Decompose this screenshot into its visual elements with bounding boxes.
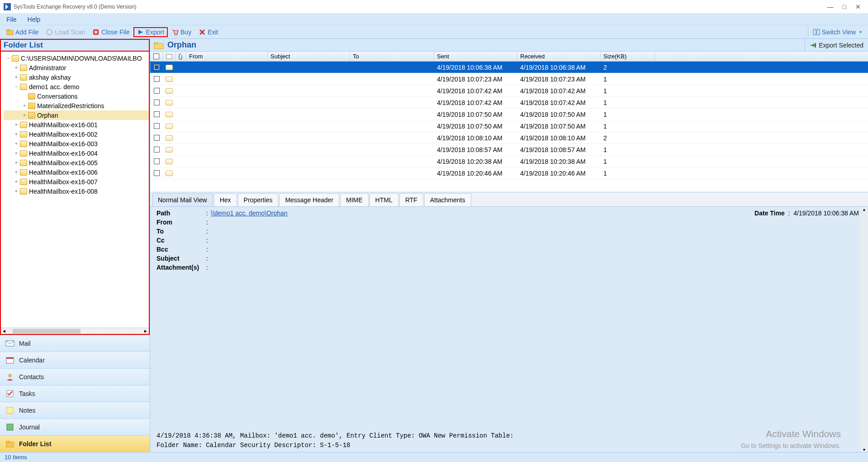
mail-row[interactable]: 4/19/2018 10:08:10 AM4/19/2018 10:08:10 …: [150, 132, 868, 144]
col-checkbox[interactable]: [150, 52, 163, 61]
preview-tab[interactable]: Message Header: [279, 193, 339, 206]
preview-tab[interactable]: Attachments: [424, 193, 471, 206]
tree-node[interactable]: +HealthMailbox-ex16-005: [4, 158, 149, 167]
row-checkbox[interactable]: [154, 76, 160, 82]
preview-tab[interactable]: Properties: [238, 193, 279, 206]
load-scan-button[interactable]: Load Scan: [42, 28, 89, 37]
mail-row[interactable]: 4/19/2018 10:06:38 AM4/19/2018 10:06:38 …: [150, 62, 868, 73]
svg-point-12: [8, 374, 12, 377]
mail-row[interactable]: 4/19/2018 10:07:50 AM4/19/2018 10:07:50 …: [150, 109, 868, 120]
mail-row[interactable]: 4/19/2018 10:07:50 AM4/19/2018 10:07:50 …: [150, 120, 868, 132]
export-label: Export: [146, 29, 164, 36]
col-size[interactable]: Size(KB): [601, 52, 655, 61]
nav-mail[interactable]: Mail: [0, 335, 150, 352]
nav-tasks[interactable]: Tasks: [0, 385, 150, 402]
minimize-button[interactable]: ―: [827, 3, 834, 10]
load-scan-label: Load Scan: [55, 29, 85, 36]
tree-node[interactable]: Conversations: [4, 91, 149, 101]
folder-icon: [20, 65, 27, 71]
tree-node[interactable]: −demo1 acc. demo: [4, 82, 149, 91]
tree-node[interactable]: +MaterializedRestrictions: [4, 101, 149, 110]
close-file-button[interactable]: Close File: [89, 28, 133, 37]
mail-grid-body[interactable]: 4/19/2018 10:06:38 AM4/19/2018 10:06:38 …: [150, 62, 868, 192]
calendar-icon: [5, 356, 14, 364]
preview-tab[interactable]: HTML: [370, 193, 398, 206]
tree-node-label: Conversations: [37, 93, 78, 100]
svg-rect-20: [815, 43, 816, 48]
nav-calendar[interactable]: Calendar: [0, 352, 150, 368]
mail-icon: [166, 112, 173, 117]
folder-tree[interactable]: −C:\USERS\ADMIN\DOWNLOADS\MAILBO+Adminis…: [0, 52, 150, 335]
app-icon: [4, 3, 11, 10]
col-subject[interactable]: Subject: [268, 52, 350, 61]
mail-row[interactable]: 4/19/2018 10:07:42 AM4/19/2018 10:07:42 …: [150, 85, 868, 97]
buy-icon: [171, 29, 179, 36]
mail-row[interactable]: 4/19/2018 10:07:23 AM4/19/2018 10:07:23 …: [150, 73, 868, 85]
col-to[interactable]: To: [350, 52, 434, 61]
folder-icon: [20, 122, 27, 128]
nav-journal[interactable]: Journal: [0, 419, 150, 435]
row-checkbox[interactable]: [154, 158, 160, 164]
tree-node-label: HealthMailbox-ex16-004: [29, 150, 98, 157]
tree-node[interactable]: +HealthMailbox-ex16-002: [4, 129, 149, 139]
tree-node[interactable]: +akshay akshay: [4, 72, 149, 82]
preview-tab[interactable]: Normal Mail View: [152, 193, 213, 206]
tree-node-label: HealthMailbox-ex16-002: [29, 131, 98, 138]
mail-icon: [166, 124, 173, 129]
tree-node[interactable]: +Administrator: [4, 63, 149, 72]
mail-row[interactable]: 4/19/2018 10:07:42 AM4/19/2018 10:07:42 …: [150, 97, 868, 109]
switch-view-label: Switch View: [822, 29, 856, 36]
exit-button[interactable]: Exit: [195, 28, 222, 37]
export-button[interactable]: Export: [133, 27, 168, 37]
preview-tab[interactable]: MIME: [340, 193, 369, 206]
tree-root[interactable]: −C:\USERS\ADMIN\DOWNLOADS\MAILBO: [4, 53, 149, 63]
activate-windows-sub: Go to Settings to activate Windows.: [741, 442, 841, 449]
add-file-icon: [6, 29, 14, 36]
row-checkbox[interactable]: [154, 135, 160, 141]
mail-row[interactable]: 4/19/2018 10:20:38 AM4/19/2018 10:20:38 …: [150, 156, 868, 167]
tree-node[interactable]: +HealthMailbox-ex16-004: [4, 148, 149, 158]
switch-view-icon: [813, 29, 820, 36]
preview-cc-label: Cc: [157, 237, 206, 244]
tree-node[interactable]: +HealthMailbox-ex16-008: [4, 186, 149, 196]
folder-icon: [20, 84, 27, 90]
row-checkbox[interactable]: [154, 123, 160, 129]
tree-node[interactable]: +HealthMailbox-ex16-006: [4, 167, 149, 177]
menu-bar: File Help: [0, 14, 868, 25]
col-received[interactable]: Received: [517, 52, 601, 61]
tree-node[interactable]: +HealthMailbox-ex16-007: [4, 177, 149, 186]
preview-tab[interactable]: RTF: [399, 193, 423, 206]
buy-button[interactable]: Buy: [168, 28, 195, 37]
preview-tab[interactable]: Hex: [214, 193, 237, 206]
row-checkbox[interactable]: [154, 64, 160, 70]
folder-icon: [20, 74, 27, 81]
preview-bcc-label: Bcc: [157, 246, 206, 253]
tree-node-label: HealthMailbox-ex16-007: [29, 178, 98, 186]
menu-help[interactable]: Help: [28, 16, 41, 23]
mail-row[interactable]: 4/19/2018 10:20:46 AM4/19/2018 10:20:46 …: [150, 167, 868, 179]
nav-folder-list[interactable]: Folder List: [0, 435, 150, 452]
row-checkbox[interactable]: [154, 100, 160, 105]
menu-file[interactable]: File: [6, 16, 17, 23]
mail-row[interactable]: 4/19/2018 10:08:57 AM4/19/2018 10:08:57 …: [150, 144, 868, 156]
mail-icon: [166, 171, 173, 176]
preview-body: Path: \\demo1 acc. demo\Orphan Date Time…: [150, 206, 868, 452]
close-window-button[interactable]: ✕: [855, 3, 861, 10]
row-checkbox[interactable]: [154, 147, 160, 152]
preview-v-scrollbar[interactable]: ▴ ▾: [860, 207, 868, 452]
tree-h-scrollbar[interactable]: ◄ ►: [1, 328, 149, 334]
switch-view-button[interactable]: Switch View ▾: [808, 28, 865, 37]
row-checkbox[interactable]: [154, 111, 160, 117]
export-selected-button[interactable]: Export Selected: [805, 39, 868, 51]
nav-contacts[interactable]: Contacts: [0, 368, 150, 385]
col-from[interactable]: From: [186, 52, 268, 61]
add-file-button[interactable]: Add File: [3, 28, 42, 37]
tree-node[interactable]: +HealthMailbox-ex16-001: [4, 120, 149, 129]
tree-node[interactable]: +Orphan: [4, 110, 149, 120]
col-sent[interactable]: Sent: [434, 52, 517, 61]
row-checkbox[interactable]: [154, 170, 160, 176]
tree-node[interactable]: +HealthMailbox-ex16-003: [4, 139, 149, 148]
maximize-button[interactable]: □: [843, 3, 846, 10]
row-checkbox[interactable]: [154, 88, 160, 94]
nav-notes[interactable]: Notes: [0, 402, 150, 419]
